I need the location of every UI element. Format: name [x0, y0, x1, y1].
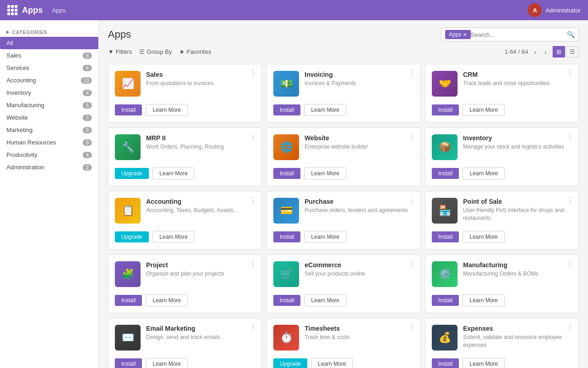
favorites-button[interactable]: ★ Favorites: [179, 48, 211, 55]
groupby-button[interactable]: ☰ Group By: [139, 48, 172, 55]
install-button[interactable]: Install: [432, 231, 459, 242]
card-menu-icon[interactable]: ⋮: [408, 259, 415, 268]
sidebar-item-count: 8: [83, 52, 92, 59]
card-menu-icon[interactable]: ⋮: [249, 132, 257, 141]
card-menu-icon[interactable]: ⋮: [566, 323, 574, 332]
app-icon: 🤝: [432, 71, 458, 97]
learn-more-button[interactable]: Learn More: [304, 231, 346, 243]
learn-more-button[interactable]: Learn More: [153, 167, 194, 179]
prev-page-button[interactable]: ‹: [532, 47, 539, 57]
install-button[interactable]: Install: [273, 231, 300, 242]
learn-more-button[interactable]: Learn More: [463, 167, 504, 179]
learn-more-button[interactable]: Learn More: [311, 358, 353, 368]
sidebar-item-marketing[interactable]: Marketing5: [0, 124, 98, 136]
page-title: Apps: [108, 29, 131, 40]
app-card: ⋮ 📋 Accounting Accounting, Taxes, Budget…: [108, 191, 262, 250]
learn-more-button[interactable]: Learn More: [304, 294, 346, 306]
app-actions: Install Learn More: [432, 165, 572, 179]
learn-more-button[interactable]: Learn More: [463, 294, 504, 306]
install-button[interactable]: Install: [273, 168, 300, 179]
install-button[interactable]: Install: [432, 104, 459, 115]
install-button[interactable]: Install: [432, 168, 459, 179]
app-actions: Upgrade Learn More: [115, 228, 255, 243]
sidebar-item-count: 4: [83, 152, 92, 158]
learn-more-button[interactable]: Learn More: [146, 294, 187, 306]
app-name: Manufacturing: [463, 261, 572, 269]
card-menu-icon[interactable]: ⋮: [566, 69, 574, 78]
app-card: ⋮ ✉️ Email Marketing Design, send and tr…: [108, 318, 262, 368]
upgrade-button[interactable]: Upgrade: [115, 231, 149, 242]
install-button[interactable]: Install: [273, 104, 300, 115]
card-menu-icon[interactable]: ⋮: [566, 259, 574, 268]
app-card-header: 🌐 Website Enterprise website builder: [273, 134, 413, 160]
app-info: Invoicing Invoices & Payments: [305, 71, 413, 97]
search-input[interactable]: [471, 31, 567, 38]
learn-more-button[interactable]: Learn More: [463, 231, 504, 243]
groupby-icon: ☰: [139, 48, 145, 55]
install-button[interactable]: Install: [273, 295, 300, 306]
install-button[interactable]: Install: [432, 295, 459, 306]
upgrade-button[interactable]: Upgrade: [273, 358, 307, 368]
username-label[interactable]: Administrator: [545, 7, 581, 14]
install-button[interactable]: Install: [115, 104, 142, 115]
app-info: Manufacturing Manufacturing Orders & BOM…: [463, 261, 572, 287]
app-name: Email Marketing: [146, 325, 255, 332]
learn-more-button[interactable]: Learn More: [463, 104, 504, 116]
next-page-button[interactable]: ›: [542, 47, 549, 57]
card-menu-icon[interactable]: ⋮: [249, 69, 257, 78]
sidebar-item-inventory[interactable]: Inventory4: [0, 86, 98, 99]
sidebar-item-services[interactable]: Services4: [0, 62, 98, 74]
list-view-button[interactable]: ☰: [566, 46, 579, 58]
app-info: Timesheets Track time & costs: [305, 325, 413, 351]
card-menu-icon[interactable]: ⋮: [408, 132, 415, 141]
sidebar-item-human-resources[interactable]: Human Resources9: [0, 136, 98, 149]
sidebar-item-manufacturing[interactable]: Manufacturing5: [0, 99, 98, 111]
search-tag[interactable]: Apps ×: [445, 30, 471, 39]
card-menu-icon[interactable]: ⋮: [408, 196, 415, 205]
sidebar-item-label: Website: [6, 114, 28, 121]
app-info: Project Organize and plan your projects: [146, 261, 255, 287]
learn-more-button[interactable]: Learn More: [463, 358, 504, 368]
sidebar-item-accounting[interactable]: Accounting13: [0, 74, 98, 86]
topbar-breadcrumb[interactable]: Apps: [52, 7, 66, 14]
sidebar-item-all[interactable]: All: [0, 37, 98, 49]
card-menu-icon[interactable]: ⋮: [566, 132, 574, 141]
card-menu-icon[interactable]: ⋮: [408, 323, 415, 332]
sidebar-item-label: Human Resources: [6, 139, 56, 146]
learn-more-button[interactable]: Learn More: [146, 358, 187, 368]
app-actions: Install Learn More: [115, 355, 255, 368]
install-button[interactable]: Install: [115, 358, 142, 368]
learn-more-button[interactable]: Learn More: [304, 167, 346, 179]
grid-view-button[interactable]: ⊞: [553, 46, 565, 58]
learn-more-button[interactable]: Learn More: [304, 104, 346, 116]
filters-button[interactable]: ▼ Filters: [108, 48, 132, 55]
search-icon[interactable]: 🔍: [567, 31, 575, 38]
card-menu-icon[interactable]: ⋮: [249, 196, 257, 205]
app-name: Purchase: [305, 198, 413, 205]
card-menu-icon[interactable]: ⋮: [249, 323, 257, 332]
sidebar-item-label: Inventory: [6, 89, 31, 96]
app-icon: 🧩: [115, 261, 141, 287]
sidebar-item-administration[interactable]: Administration2: [0, 161, 98, 173]
upgrade-button[interactable]: Upgrade: [115, 168, 149, 179]
grid-menu-icon[interactable]: [7, 5, 17, 15]
app-desc: From quotations to invoices: [146, 80, 255, 87]
learn-more-button[interactable]: Learn More: [146, 104, 187, 116]
app-actions: Install Learn More: [432, 228, 572, 243]
card-menu-icon[interactable]: ⋮: [249, 259, 257, 268]
sidebar-item-productivity[interactable]: Productivity4: [0, 149, 98, 161]
card-menu-icon[interactable]: ⋮: [408, 69, 415, 78]
install-button[interactable]: Install: [115, 295, 142, 306]
sidebar-item-website[interactable]: Website7: [0, 111, 98, 124]
app-card: ⋮ 🔧 MRP II Work Orders, Planning, Routin…: [108, 127, 262, 186]
app-actions: Install Learn More: [432, 101, 572, 116]
app-icon: 💵: [273, 71, 299, 97]
card-menu-icon[interactable]: ⋮: [566, 196, 574, 205]
app-actions: Install Learn More: [273, 228, 413, 243]
sidebar-item-count: 9: [83, 139, 92, 146]
learn-more-button[interactable]: Learn More: [153, 231, 194, 243]
search-tag-close[interactable]: ×: [463, 31, 467, 38]
install-button[interactable]: Install: [432, 358, 459, 368]
avatar[interactable]: A: [528, 3, 542, 17]
sidebar-item-sales[interactable]: Sales8: [0, 49, 98, 62]
